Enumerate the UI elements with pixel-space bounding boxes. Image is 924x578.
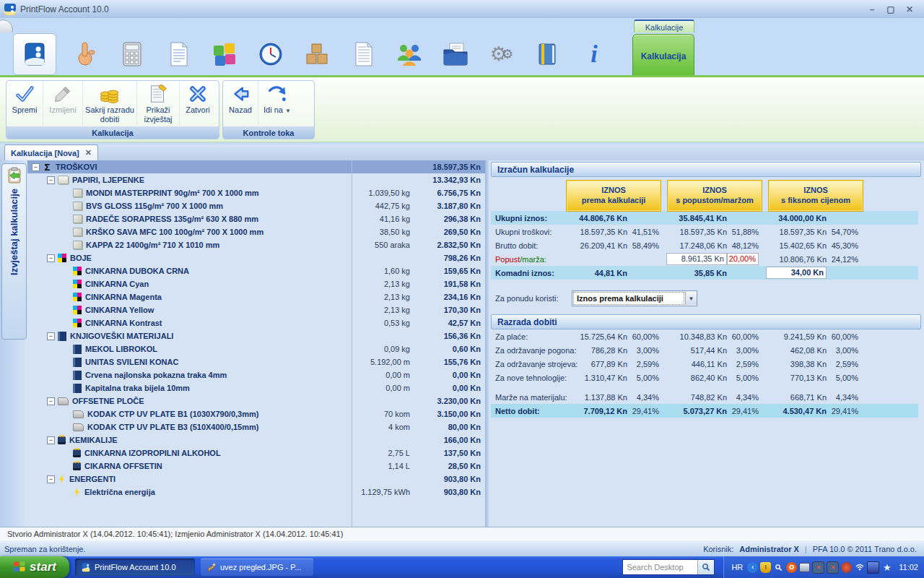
taskbar: start PrintFlow Account 10.0uvez pregled… — [0, 556, 924, 578]
tree-expander-icon[interactable]: − — [47, 254, 55, 262]
tree-expander-icon[interactable]: − — [47, 397, 55, 405]
tree-row[interactable]: − Kapitalna traka bijela 10mm 0,00 m 0,0… — [27, 381, 485, 394]
tree-row[interactable]: − PAPIRI, LJEPENKE 13.342,93 Kn — [27, 173, 485, 186]
display-icon[interactable] — [799, 563, 810, 572]
calculator-icon[interactable] — [116, 36, 149, 72]
tree-expander-icon[interactable]: − — [47, 436, 55, 444]
puzzle-icon[interactable] — [208, 36, 241, 72]
tree-row[interactable]: − BOJE 798,26 Kn — [27, 251, 485, 264]
search-input[interactable]: Search Desktop — [623, 563, 697, 571]
tree-row[interactable]: − CINKARNA DUBOKA CRNA 1,60 kg 159,65 Kn — [27, 264, 485, 277]
tree-row[interactable]: − CINKARNA Kontrast 0,53 kg 42,57 Kn — [27, 316, 485, 329]
tree-row-quantity: 38,50 kg — [349, 228, 416, 236]
taskbar-task-inactive[interactable]: uvez pregled.JPG - P... — [201, 558, 313, 576]
context-group-tab[interactable]: Kalkulacije — [634, 20, 694, 34]
cmyk-icon — [73, 267, 82, 275]
tree-row[interactable]: − RADEČE SORAPRESS 135g/m² 630 X 880 mm … — [27, 212, 485, 225]
tree-row[interactable]: − ENERGENTI 903,80 Kn — [27, 473, 485, 486]
messenger-icon[interactable]: ‹ — [747, 562, 758, 573]
za-ponudu-dropdown[interactable]: Iznos prema kalkulaciji ▼ — [572, 290, 697, 306]
search-icon[interactable] — [697, 560, 714, 574]
packages-icon[interactable] — [300, 36, 334, 72]
tree-row[interactable]: − CIKARNA OFFSETIN 1,14 L 28,50 Kn — [27, 460, 485, 473]
tree-row[interactable]: − KAPPA 22 1400g/m² 710 X 1010 mm 550 ar… — [27, 238, 485, 251]
tree-row[interactable]: − KODAK CTP UV PLATE B3 (510X400/0,15mm)… — [27, 420, 485, 434]
percent-input[interactable]: 20,00% — [727, 253, 759, 265]
start-button[interactable]: start — [0, 556, 69, 578]
document-tab[interactable]: Kalkulacija [Nova] ✕ — [4, 144, 98, 160]
zatvori-button[interactable]: Zatvori — [180, 81, 216, 126]
update-shield-icon[interactable]: ! — [760, 562, 771, 573]
prika-i-izvje-taj-button[interactable]: Prikaži izvještaj — [137, 81, 180, 126]
sakrij-razradu-dobiti-button[interactable]: Sakrij razradu dobiti — [83, 81, 137, 126]
percent-value: 3,00% — [627, 346, 659, 355]
network-offline-icon[interactable]: ✕ — [812, 561, 824, 574]
report-icon[interactable] — [346, 36, 380, 72]
percent-value: 2,59% — [627, 360, 659, 368]
document-icon[interactable] — [162, 36, 195, 72]
side-tab-izvjestaj[interactable]: Izvještaj kalkulacije — [1, 163, 27, 340]
tree-row[interactable]: − OFFSETNE PLOČE 3.230,00 Kn — [27, 394, 485, 407]
tree-row[interactable]: − MEKOL LIBROKOL 0,09 kg 0,60 Kn — [27, 342, 485, 355]
tree-expander-icon[interactable]: − — [47, 332, 55, 340]
nazad-button[interactable]: Nazad — [223, 81, 258, 126]
amount-value: 35,85 Kn — [666, 269, 727, 277]
folder-icon[interactable] — [439, 36, 472, 72]
tree-row[interactable]: − CINKARNA IZOPROPILNI ALKOHOL 2,75 L 13… — [27, 447, 485, 460]
catalog-icon[interactable] — [531, 36, 565, 72]
language-indicator[interactable]: HR — [731, 563, 743, 571]
tree-row[interactable]: − BVS GLOSS 115g/m² 700 X 1000 mm 442,75… — [27, 199, 485, 212]
tree-row[interactable]: − UNITAS SVILENI KONAC 5.192,00 m 155,76… — [27, 355, 485, 368]
info-icon[interactable]: i — [578, 36, 611, 72]
tab-kalkulacija[interactable]: Kalkulacija — [632, 34, 694, 77]
column-header: IZNOSs fiksnom cijenom — [769, 181, 863, 211]
tree-row[interactable]: − KRŠKO SAVA MFC 100 100g/m² 700 X 1000 … — [27, 225, 485, 238]
tree-row-value: 137,50 Kn — [416, 449, 485, 457]
search-tray-icon[interactable] — [773, 562, 784, 573]
spremi-button[interactable]: Spremi — [6, 81, 43, 126]
tree-row[interactable]: − Električna energija 1.129,75 kWh 903,8… — [27, 486, 485, 499]
security-alert-icon[interactable] — [841, 562, 852, 573]
network-offline-2-icon[interactable]: ✕ — [827, 561, 839, 574]
tree-expander-icon[interactable]: − — [32, 163, 40, 171]
amount-input[interactable]: 8.961,35 Kn — [666, 253, 727, 265]
minimize-button[interactable]: – — [866, 4, 878, 14]
plate-icon — [73, 410, 84, 418]
left-tab-strip: Izvještaj kalkulacije — [0, 160, 28, 527]
taskbar-task-active[interactable]: PrintFlow Account 10.0 — [75, 558, 195, 576]
chevron-down-icon[interactable]: ▼ — [685, 292, 697, 305]
tree-row[interactable]: − Crvena najlonska pokazna traka 4mm 0,0… — [27, 368, 485, 381]
tree-row-quantity: 550 araka — [349, 241, 416, 249]
idi-na-button[interactable]: Idi na ▼ — [258, 81, 296, 126]
status-user: Administrator X — [739, 545, 799, 553]
settings-icon[interactable]: ⚙⚙ — [485, 36, 518, 72]
tree-row[interactable]: − KNJIGOVEŠKI MATERIJALI 156,36 Kn — [27, 329, 485, 342]
chem-icon — [73, 462, 81, 470]
ribbon-button-label: Sakrij razradu dobiti — [83, 105, 136, 124]
maximize-button[interactable]: ▢ — [885, 4, 897, 14]
tree-expander-icon[interactable]: − — [47, 176, 55, 184]
opera-icon[interactable]: O — [786, 562, 797, 573]
clock-icon[interactable] — [254, 36, 287, 72]
tree-row[interactable]: − CINKARNA Yellow 2,13 kg 170,30 Kn — [27, 303, 485, 316]
touch-icon[interactable] — [69, 36, 103, 72]
home-icon[interactable] — [13, 33, 56, 75]
bolt-icon — [58, 475, 66, 484]
tree-row[interactable]: − KEMIKALIJE 166,00 Kn — [27, 434, 485, 447]
amount-input[interactable]: 34,00 Kn — [766, 267, 827, 279]
wireless-icon[interactable] — [854, 562, 865, 573]
close-button[interactable]: ✕ — [904, 4, 915, 14]
tree-row[interactable]: − TROŠKOVI 18.597,35 Kn — [27, 160, 485, 173]
amount-value: 9.241,59 Kn — [766, 332, 827, 341]
tree-row[interactable]: − CINKARNA Cyan 2,13 kg 191,58 Kn — [27, 277, 485, 290]
tree-expander-icon[interactable]: − — [47, 475, 55, 483]
search-desktop-box[interactable]: Search Desktop — [622, 559, 715, 575]
star-icon[interactable]: ★ — [881, 562, 892, 573]
graphics-icon[interactable] — [867, 561, 879, 574]
izmijeni-button[interactable]: Izmijeni — [43, 81, 83, 126]
tree-row[interactable]: − CINKARNA Magenta 2,13 kg 234,16 Kn — [27, 290, 485, 303]
contacts-icon[interactable] — [393, 36, 426, 72]
tree-row[interactable]: − KODAK CTP UV PLATE B1 (1030X790/0,3mm)… — [27, 407, 485, 420]
document-tab-close-icon[interactable]: ✕ — [85, 148, 92, 158]
tree-row[interactable]: − MONDI MASTERPRINT 90g/m² 700 X 1000 mm… — [27, 186, 485, 199]
